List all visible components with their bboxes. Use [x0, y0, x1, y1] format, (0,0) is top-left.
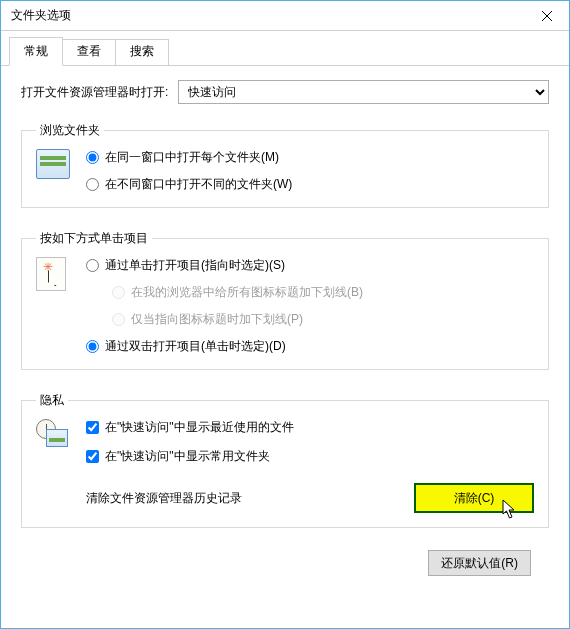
- privacy-icon: [36, 419, 72, 455]
- clear-history-row: 清除文件资源管理器历史记录 清除(C): [86, 483, 534, 513]
- radio-same-window-label: 在同一窗口中打开每个文件夹(M): [105, 149, 279, 166]
- folder-options-dialog: 文件夹选项 常规 查看 搜索 打开文件资源管理器时打开: 快速访问 浏览文件夹: [0, 0, 570, 629]
- tab-search[interactable]: 搜索: [115, 39, 169, 65]
- click-icon: [36, 257, 72, 293]
- radio-underline-all: [112, 286, 125, 299]
- cursor-icon: [502, 499, 520, 521]
- radio-underline-point-row: 仅当指向图标标题时加下划线(P): [112, 311, 363, 328]
- radio-underline-point-label: 仅当指向图标标题时加下划线(P): [131, 311, 303, 328]
- restore-defaults-button[interactable]: 还原默认值(R): [428, 550, 531, 576]
- browse-folders-legend: 浏览文件夹: [36, 122, 104, 139]
- check-recent-files-row[interactable]: 在"快速访问"中显示最近使用的文件: [86, 419, 534, 436]
- clear-history-label: 清除文件资源管理器历史记录: [86, 490, 242, 507]
- privacy-group: 隐私 在"快速访问"中显示最近使用的文件 在"快速访问"中显示常用文件: [21, 392, 549, 528]
- close-icon: [542, 11, 552, 21]
- close-button[interactable]: [524, 1, 569, 31]
- browse-icon: [36, 149, 72, 185]
- radio-single-click[interactable]: [86, 259, 99, 272]
- titlebar: 文件夹选项: [1, 1, 569, 31]
- radio-new-window-row[interactable]: 在不同窗口中打开不同的文件夹(W): [86, 176, 292, 193]
- radio-underline-point: [112, 313, 125, 326]
- browse-folders-group: 浏览文件夹 在同一窗口中打开每个文件夹(M) 在不同窗口中打开不同的文件夹(W): [21, 122, 549, 208]
- radio-double-click-label: 通过双击打开项目(单击时选定)(D): [105, 338, 286, 355]
- check-frequent-folders[interactable]: [86, 450, 99, 463]
- check-frequent-folders-label: 在"快速访问"中显示常用文件夹: [105, 448, 270, 465]
- check-frequent-folders-row[interactable]: 在"快速访问"中显示常用文件夹: [86, 448, 534, 465]
- radio-underline-all-label: 在我的浏览器中给所有图标标题加下划线(B): [131, 284, 363, 301]
- radio-double-click[interactable]: [86, 340, 99, 353]
- tab-bar: 常规 查看 搜索: [1, 31, 569, 66]
- open-explorer-row: 打开文件资源管理器时打开: 快速访问: [21, 80, 549, 104]
- radio-new-window-label: 在不同窗口中打开不同的文件夹(W): [105, 176, 292, 193]
- window-title: 文件夹选项: [11, 7, 71, 24]
- tab-content: 打开文件资源管理器时打开: 快速访问 浏览文件夹 在同一窗口中打开每个文件夹(M…: [1, 66, 569, 628]
- tab-view[interactable]: 查看: [62, 39, 116, 65]
- svg-marker-2: [503, 500, 514, 518]
- radio-same-window[interactable]: [86, 151, 99, 164]
- check-recent-files-label: 在"快速访问"中显示最近使用的文件: [105, 419, 294, 436]
- privacy-legend: 隐私: [36, 392, 68, 409]
- tab-general[interactable]: 常规: [9, 37, 63, 66]
- radio-underline-all-row: 在我的浏览器中给所有图标标题加下划线(B): [112, 284, 363, 301]
- clear-button-label: 清除(C): [454, 490, 495, 507]
- clear-button[interactable]: 清除(C): [414, 483, 534, 513]
- radio-single-click-label: 通过单击打开项目(指向时选定)(S): [105, 257, 285, 274]
- click-items-legend: 按如下方式单击项目: [36, 230, 152, 247]
- open-explorer-label: 打开文件资源管理器时打开:: [21, 84, 168, 101]
- radio-single-click-row[interactable]: 通过单击打开项目(指向时选定)(S): [86, 257, 363, 274]
- radio-new-window[interactable]: [86, 178, 99, 191]
- radio-same-window-row[interactable]: 在同一窗口中打开每个文件夹(M): [86, 149, 292, 166]
- footer-row: 还原默认值(R): [21, 550, 549, 576]
- click-items-group: 按如下方式单击项目 通过单击打开项目(指向时选定)(S) 在我的浏览器中给所有图…: [21, 230, 549, 370]
- check-recent-files[interactable]: [86, 421, 99, 434]
- radio-double-click-row[interactable]: 通过双击打开项目(单击时选定)(D): [86, 338, 363, 355]
- open-explorer-combo[interactable]: 快速访问: [178, 80, 549, 104]
